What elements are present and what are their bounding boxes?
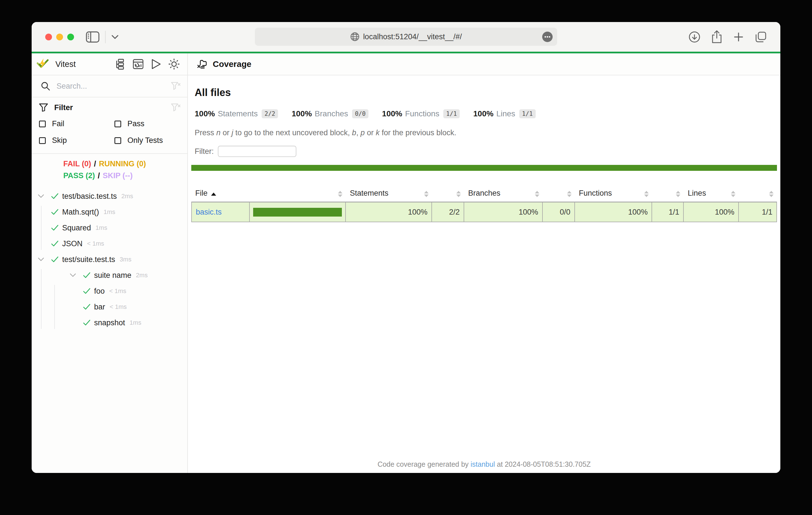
browser-window: localhost:51204/__vitest__/#/ [32,22,780,473]
coverage-status-bar [191,165,777,171]
filter-checkbox-skip[interactable]: Skip [39,136,114,145]
test-tree: test/basic.test.ts 2ms Math.sqrt() 1ms S… [32,188,187,331]
tree-indent-guide [41,206,41,250]
page-settings-icon[interactable] [542,32,553,42]
functions-pct-cell: 100% [575,203,652,222]
stat-fraction-badge: 0/0 [352,109,369,118]
pass-check-icon [49,209,60,215]
functions-frac-cell: 1/1 [652,203,684,222]
lines-frac-cell: 1/1 [739,203,777,222]
clear-filter-icon[interactable] [171,103,180,112]
coverage-bar-cell [250,203,346,222]
sort-ascending-icon [211,192,216,196]
column-header-lines[interactable]: Lines [684,186,739,202]
new-tab-icon[interactable] [733,31,744,42]
pass-check-icon [49,225,60,231]
sort-icon[interactable] [424,191,429,197]
fail-count: FAIL (0) [63,159,91,168]
filter-checkbox-only-tests[interactable]: Only Tests [114,136,180,145]
sort-icon[interactable] [769,191,774,197]
search-icon [41,81,50,91]
chevron-down-icon[interactable] [38,194,49,198]
column-header-functions[interactable]: Functions [575,186,652,202]
sort-icon[interactable] [644,191,649,197]
column-header-branches-frac[interactable] [543,186,575,202]
coverage-heading: All files [195,87,777,98]
close-window-button[interactable] [45,34,52,40]
column-header-bar[interactable] [250,186,346,202]
coverage-table-row: basic.ts 100% 2/2 100% 0/0 100% 1/1 100%… [191,203,777,222]
stat-branches: 100% Branches 0/0 [292,109,369,118]
run-all-icon[interactable] [151,58,161,70]
page-title: Coverage [213,59,252,69]
minimize-window-button[interactable] [56,34,63,40]
tree-row-test[interactable]: Math.sqrt() 1ms [32,204,187,220]
filter-title: Filter [54,103,73,112]
stat-fraction-badge: 1/1 [443,109,460,118]
tab-overview-icon[interactable] [754,30,767,43]
filter-checkbox-pass[interactable]: Pass [114,119,180,128]
checkbox-icon[interactable] [114,137,121,144]
column-header-statements-frac[interactable] [432,186,464,202]
tree-indent-guide [54,285,55,329]
istanbul-link[interactable]: istanbul [471,460,495,468]
tests-tree-view-icon[interactable] [114,58,126,70]
chevron-down-icon[interactable] [38,258,49,262]
coverage-table: File Statements Branche [191,186,777,222]
file-link[interactable]: basic.ts [196,208,222,217]
tree-row-test[interactable]: JSON < 1ms [32,236,187,251]
sort-icon[interactable] [456,191,461,197]
column-header-branches[interactable]: Branches [464,186,543,202]
clear-search-filter-icon[interactable] [171,82,180,91]
dashboard-icon[interactable] [133,58,144,70]
branches-pct-cell: 100% [464,203,543,222]
tree-row-file[interactable]: test/suite.test.ts 3ms [32,251,187,267]
globe-icon [350,32,360,41]
browser-toolbar: localhost:51204/__vitest__/#/ [32,22,780,52]
toolbar-divider [105,31,106,43]
coverage-stats: 100% Statements 2/2 100% Branches 0/0 10… [195,109,777,118]
pass-check-icon [81,320,92,326]
chevron-down-icon[interactable] [111,35,119,39]
column-header-functions-frac[interactable] [652,186,684,202]
tree-row-test[interactable]: bar < 1ms [32,299,187,315]
sort-icon[interactable] [535,191,539,197]
zoom-window-button[interactable] [67,34,74,40]
column-header-lines-frac[interactable] [739,186,777,202]
tree-row-test[interactable]: Squared 1ms [32,220,187,236]
sidebar-toggle-icon[interactable] [86,31,99,42]
sort-icon[interactable] [731,191,735,197]
pass-check-icon [81,288,92,294]
share-icon[interactable] [711,30,723,44]
search-input[interactable] [57,82,171,91]
coverage-filter-label: Filter: [195,147,214,156]
checkbox-icon[interactable] [114,121,121,127]
vitest-logo-icon [36,58,49,70]
lines-pct-cell: 100% [684,203,739,222]
tree-row-test[interactable]: foo < 1ms [32,283,187,299]
filter-checkbox-fail[interactable]: Fail [39,119,114,128]
branches-frac-cell: 0/0 [543,203,575,222]
statements-pct-cell: 100% [346,203,432,222]
column-header-statements[interactable]: Statements [346,186,432,202]
tree-row-test[interactable]: snapshot 1ms [32,315,187,331]
downloads-icon[interactable] [688,31,701,43]
sort-icon[interactable] [567,191,572,197]
pass-check-icon [49,256,60,263]
theme-toggle-icon[interactable] [168,58,180,70]
address-bar[interactable]: localhost:51204/__vitest__/#/ [255,28,557,46]
stat-statements: 100% Statements 2/2 [195,109,278,118]
pass-check-icon [81,272,92,278]
tree-row-suite[interactable]: suite name 2ms [32,267,187,283]
vitest-sidebar: Vitest [32,53,188,473]
checkbox-icon[interactable] [39,121,46,127]
column-header-file[interactable]: File [191,186,250,202]
checkbox-icon[interactable] [39,137,46,144]
sort-icon[interactable] [338,191,342,197]
sort-icon[interactable] [676,191,680,197]
chevron-down-icon[interactable] [70,273,81,277]
tree-row-file[interactable]: test/basic.test.ts 2ms [32,188,187,204]
coverage-filter-input[interactable] [218,146,296,157]
running-count: RUNNING (0) [99,159,146,168]
run-status-summary: FAIL (0)/RUNNING (0) PASS (2)/SKIP (--) [32,154,187,187]
